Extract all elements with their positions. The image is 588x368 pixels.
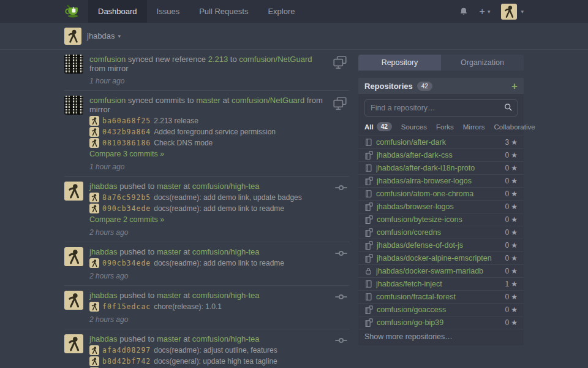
feed-link-jhabdas[interactable]: jhabdas: [89, 182, 118, 191]
commit-row: 090cb34ededocs(readme): add demo link to…: [89, 258, 326, 268]
feed-link-2-213[interactable]: 2.213: [208, 55, 228, 64]
compare-commits-link[interactable]: Compare 2 commits »: [89, 215, 164, 224]
tab-repository[interactable]: Repository: [358, 55, 441, 71]
feed-link-master[interactable]: master: [157, 291, 181, 300]
actor-avatar[interactable]: [64, 182, 83, 201]
repo-list-item[interactable]: comfusion/goaccess0★: [358, 303, 524, 316]
repo-list-item[interactable]: comfusion/atom-one-chroma0★: [358, 187, 524, 200]
nav-item-explore[interactable]: Explore: [258, 0, 304, 23]
create-new-button[interactable]: + ▾: [480, 6, 491, 17]
repo-name-link[interactable]: jhabdas/docker-alpine-emscripten: [377, 254, 505, 263]
repo-filter-tabs: All42SourcesForksMirrorsCollaborative: [358, 121, 524, 136]
actor-avatar[interactable]: [64, 334, 83, 353]
commit-sha-link[interactable]: 0432b9a864: [102, 128, 151, 136]
context-user-switcher[interactable]: jhabdas ▾: [87, 31, 121, 40]
feed-link-master[interactable]: master: [157, 334, 181, 343]
repo-name-link[interactable]: comfusion/atom-one-chroma: [376, 190, 505, 198]
repo-name-link[interactable]: comfusion/bytesize-icons: [377, 215, 505, 224]
commit-sha-link[interactable]: 8a76c592b5: [102, 193, 151, 202]
repo-name-link[interactable]: jhabdas/alrra-browser-logos: [377, 177, 505, 185]
feed-link-comfusion[interactable]: comfusion: [89, 55, 126, 64]
repo-list-item[interactable]: comfusion/after-dark3★: [358, 136, 524, 148]
nav-item-pull-requests[interactable]: Pull Requests: [189, 0, 258, 23]
filter-forks[interactable]: Forks: [436, 123, 454, 131]
commit-sha-link[interactable]: 0810386186: [102, 139, 151, 147]
commit-message: Check DNS mode: [154, 139, 213, 147]
actor-avatar[interactable]: [64, 96, 83, 115]
repo-list-item[interactable]: jhabdas/browser-logos0★: [358, 200, 524, 213]
actor-avatar[interactable]: [64, 247, 83, 266]
repo-name-link[interactable]: comfusion/goaccess: [377, 305, 505, 314]
feed-link-comfusion-netguard[interactable]: comfusion/NetGuard: [239, 55, 312, 64]
filter-mirrors[interactable]: Mirrors: [463, 123, 485, 131]
repo-name-link[interactable]: comfusion/coredns: [377, 228, 505, 237]
star-count: 0: [505, 318, 510, 327]
feed-timestamp: 2 hours ago: [89, 315, 326, 324]
commit-sha-link[interactable]: b8d42bf742: [102, 357, 151, 366]
feed-link-comfusion-high-tea[interactable]: comfusion/high-tea: [192, 247, 260, 256]
repo-list-item[interactable]: comfusion/coredns0★: [358, 226, 524, 239]
repo-name-link[interactable]: jhabdas/fetch-inject: [376, 280, 505, 288]
feed-title: jhabdas pushed to master at comfusion/hi…: [89, 247, 326, 256]
nav-item-dashboard[interactable]: Dashboard: [88, 0, 147, 23]
repo-list-item[interactable]: jhabdas/after-dark-css0★: [358, 148, 524, 161]
repo-list-item[interactable]: jhabdas/docker-swarm-mariadb0★: [358, 264, 524, 277]
user-menu-button[interactable]: ▾: [501, 4, 524, 20]
feed-link-comfusion-netguard[interactable]: comfusion/NetGuard: [232, 96, 304, 105]
actor-avatar[interactable]: [64, 291, 83, 310]
feed-link-master[interactable]: master: [157, 247, 181, 256]
gitea-logo-icon[interactable]: [64, 0, 88, 23]
feed-link-comfusion[interactable]: comfusion: [89, 96, 126, 105]
repo-list-item[interactable]: jhabdas/defense-of-dot-js0★: [358, 239, 524, 251]
tab-organization[interactable]: Organization: [441, 55, 524, 71]
repo-name-link[interactable]: comfusion/fractal-forest: [376, 293, 505, 301]
star-icon: ★: [511, 305, 518, 314]
search-icon[interactable]: [504, 103, 513, 114]
repo-list-item[interactable]: comfusion/fractal-forest0★: [358, 290, 524, 303]
commit-sha-link[interactable]: f0f15edcac: [102, 302, 151, 311]
star-icon: ★: [511, 293, 518, 301]
repo-list-item[interactable]: jhabdas/alrra-browser-logos0★: [358, 174, 524, 187]
repo-list-item[interactable]: comfusion/bytesize-icons0★: [358, 213, 524, 226]
show-more-repositories-link[interactable]: Show more repositories…: [358, 329, 524, 345]
feed-link-master[interactable]: master: [196, 96, 221, 105]
commit-list: ba60a68f252.213 release0432b9a864Added f…: [89, 116, 323, 148]
actor-avatar[interactable]: [64, 55, 83, 74]
commit-sha-link[interactable]: afa4d08297: [102, 346, 151, 355]
feed-link-jhabdas[interactable]: jhabdas: [89, 334, 118, 343]
feed-link-jhabdas[interactable]: jhabdas: [89, 291, 118, 300]
repo-name-link[interactable]: jhabdas/browser-logos: [377, 202, 505, 211]
filter-collaborative[interactable]: Collaborative: [494, 123, 535, 131]
repositories-header: Repositories 42 +: [358, 78, 524, 94]
filter-all[interactable]: All42: [364, 122, 392, 131]
repo-name-link[interactable]: jhabdas/docker-swarm-mariadb: [376, 267, 505, 275]
commit-sha-link[interactable]: 090cb34ede: [102, 259, 151, 267]
filter-sources[interactable]: Sources: [401, 123, 427, 131]
repo-name-link[interactable]: jhabdas/defense-of-dot-js: [377, 241, 505, 250]
feed-link-comfusion-high-tea[interactable]: comfusion/high-tea: [192, 182, 260, 191]
feed-timestamp: 2 hours ago: [89, 228, 326, 237]
repo-name-link[interactable]: jhabdas/after-dark-css: [377, 151, 505, 159]
repo-list-item[interactable]: jhabdas/fetch-inject1★: [358, 277, 524, 290]
repo-star-count: 0★: [505, 202, 518, 211]
add-repository-button[interactable]: +: [511, 81, 518, 91]
nav-item-issues[interactable]: Issues: [147, 0, 190, 23]
compare-commits-link[interactable]: Compare 3 commits »: [89, 150, 164, 158]
repo-list-item[interactable]: jhabdas/after-dark-i18n-proto0★: [358, 161, 524, 174]
repo-list-item[interactable]: comfusion/go-bip390★: [358, 316, 524, 329]
repo-search-input[interactable]: [364, 99, 518, 117]
repo-name-link[interactable]: jhabdas/after-dark-i18n-proto: [376, 164, 505, 172]
feed-link-comfusion-high-tea[interactable]: comfusion/high-tea: [192, 291, 260, 300]
notifications-bell-icon[interactable]: [459, 7, 469, 17]
repo-name-link[interactable]: comfusion/go-bip39: [377, 318, 505, 327]
repo-name-link[interactable]: comfusion/after-dark: [376, 138, 505, 147]
commit-sha-link[interactable]: 090cb34ede: [102, 204, 151, 213]
feed-link-master[interactable]: master: [157, 182, 181, 191]
feed-link-jhabdas[interactable]: jhabdas: [89, 247, 118, 256]
commit-sha-link[interactable]: ba60a68f25: [102, 117, 151, 125]
feed-link-comfusion-high-tea[interactable]: comfusion/high-tea: [192, 334, 260, 343]
context-user-avatar[interactable]: [64, 28, 81, 45]
fork-icon: [364, 318, 373, 327]
repo-list-item[interactable]: jhabdas/docker-alpine-emscripten0★: [358, 251, 524, 264]
commit-list: afa4d08297docs(readme): adjust outline, …: [89, 345, 326, 368]
